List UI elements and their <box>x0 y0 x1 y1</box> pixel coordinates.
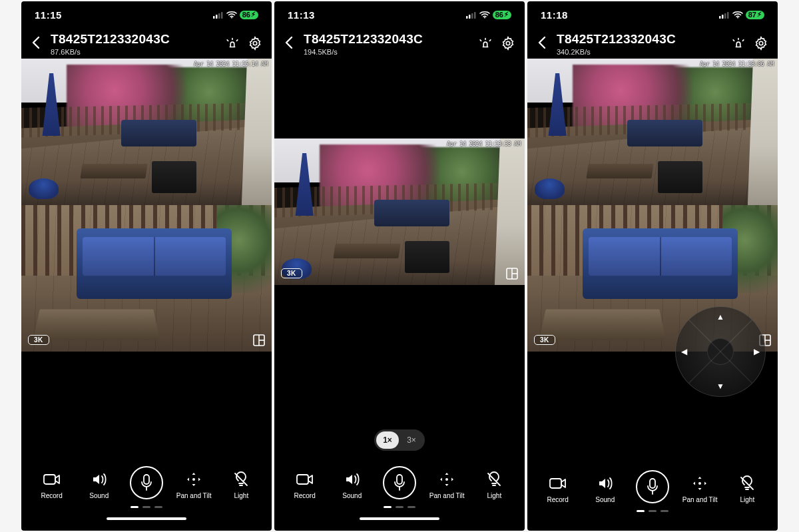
device-title: T8425T212332043C <box>304 32 471 47</box>
record-button[interactable]: Record <box>538 473 578 503</box>
wifi-icon <box>732 11 743 19</box>
pan-tilt-button[interactable]: Pan and Tilt <box>680 473 720 503</box>
talk-button[interactable] <box>633 470 672 503</box>
svg-point-4 <box>231 17 232 19</box>
svg-rect-27 <box>550 479 561 488</box>
bitrate-label: 87.6KB/s <box>51 48 218 56</box>
bottom-controls: Record Sound Pan and Tilt Light <box>21 459 272 531</box>
wifi-icon <box>479 11 490 19</box>
settings-icon[interactable] <box>246 35 264 52</box>
light-off-icon <box>484 469 504 489</box>
resolution-badge[interactable]: 3K <box>28 335 49 345</box>
battery-indicator: 86⚡︎ <box>240 11 258 19</box>
ptz-right[interactable]: ▶ <box>754 347 760 356</box>
pan-tilt-button[interactable]: Pan and Tilt <box>427 469 467 499</box>
header: T8425T212332043C 340.2KB/s <box>527 28 778 59</box>
battery-indicator: 87⚡︎ <box>746 11 764 19</box>
pan-tilt-icon <box>184 469 204 489</box>
back-button[interactable] <box>27 33 45 52</box>
camera-feed-wide[interactable]: Apr 14 2024 11:15:14 AM <box>21 59 272 205</box>
light-button[interactable]: Light <box>727 473 767 503</box>
status-bar: 11:18 87⚡︎ <box>527 1 778 28</box>
screenshot-3: 11:18 87⚡︎ T8425T212332043C 340.2KB/s <box>527 1 778 531</box>
ptz-up[interactable]: ▲ <box>716 312 724 322</box>
alarm-icon[interactable] <box>477 35 494 52</box>
camera-feed-wide[interactable]: Apr 14 2024 11:13:33 AM 3K <box>274 138 525 285</box>
charging-icon: ⚡︎ <box>251 11 256 18</box>
bitrate-label: 340.2KB/s <box>557 48 724 56</box>
status-time: 11:15 <box>35 9 62 21</box>
status-bar: 11:13 86⚡︎ <box>274 1 525 28</box>
record-icon <box>548 473 568 493</box>
pan-tilt-icon <box>690 473 710 493</box>
record-icon <box>295 469 315 489</box>
camera-feed-tele[interactable]: 3K <box>21 205 272 352</box>
svg-rect-8 <box>144 475 149 484</box>
light-off-icon <box>737 473 757 493</box>
layout-toggle-icon[interactable] <box>506 268 518 280</box>
video-area: Apr 14 2024 11:18:06 AM 3K ▲ ▼ ◀ <box>527 59 778 352</box>
svg-rect-22 <box>724 13 726 19</box>
svg-point-25 <box>759 41 763 45</box>
page-indicator[interactable] <box>384 506 415 508</box>
alarm-icon[interactable] <box>730 35 747 52</box>
feed-timestamp: Apr 14 2024 11:18:06 AM <box>700 61 774 67</box>
back-button[interactable] <box>280 33 298 52</box>
sound-button[interactable]: Sound <box>332 469 372 499</box>
svg-point-14 <box>484 17 485 19</box>
record-button[interactable]: Record <box>32 469 72 499</box>
light-off-icon <box>231 469 251 489</box>
sound-button[interactable]: Sound <box>585 473 625 503</box>
zoom-selector[interactable]: 1× 3× <box>374 429 425 451</box>
sound-icon <box>595 473 615 493</box>
cellular-icon <box>466 11 477 19</box>
resolution-badge[interactable]: 3K <box>281 268 302 278</box>
svg-rect-1 <box>216 15 218 19</box>
status-indicators: 86⚡︎ <box>466 11 511 19</box>
talk-button[interactable] <box>127 466 166 499</box>
alarm-icon[interactable] <box>224 35 241 52</box>
bottom-controls: Record Sound Pan and Tilt Light <box>527 463 778 531</box>
record-icon <box>42 469 62 489</box>
record-button[interactable]: Record <box>285 469 325 499</box>
ptz-left[interactable]: ◀ <box>681 347 687 356</box>
svg-point-24 <box>737 17 738 19</box>
home-indicator[interactable] <box>107 517 186 520</box>
svg-rect-7 <box>44 475 55 484</box>
resolution-badge[interactable]: 3K <box>534 335 555 345</box>
pan-tilt-button[interactable]: Pan and Tilt <box>174 469 214 499</box>
status-time: 11:18 <box>541 9 568 21</box>
settings-icon[interactable] <box>499 35 517 52</box>
svg-point-29 <box>698 482 701 485</box>
layout-toggle-icon[interactable] <box>253 334 265 346</box>
feed-timestamp: Apr 14 2024 11:13:33 AM <box>447 141 521 147</box>
svg-rect-2 <box>218 13 220 19</box>
screenshot-1: 11:15 86⚡︎ T8425T212332043C 87.6KB/s <box>21 1 272 531</box>
page-indicator[interactable] <box>637 510 668 512</box>
zoom-1x[interactable]: 1× <box>376 431 399 449</box>
svg-rect-21 <box>722 15 724 19</box>
header: T8425T212332043C 194.5KB/s <box>274 28 525 59</box>
home-indicator[interactable] <box>360 517 439 520</box>
ptz-down[interactable]: ▼ <box>716 382 724 391</box>
svg-rect-13 <box>474 12 476 19</box>
cellular-icon <box>213 11 224 19</box>
camera-feed-wide[interactable]: Apr 14 2024 11:18:06 AM <box>527 59 778 205</box>
microphone-icon <box>383 466 416 499</box>
light-button[interactable]: Light <box>474 469 514 499</box>
header: T8425T212332043C 87.6KB/s <box>21 28 272 59</box>
page-indicator[interactable] <box>131 506 162 508</box>
microphone-icon <box>636 470 669 503</box>
back-button[interactable] <box>533 33 551 52</box>
ptz-dial[interactable]: ▲ ▼ ◀ ▶ <box>675 306 766 397</box>
pan-tilt-icon <box>437 469 457 489</box>
light-button[interactable]: Light <box>221 469 261 499</box>
svg-rect-17 <box>297 475 308 484</box>
settings-icon[interactable] <box>752 35 770 52</box>
talk-button[interactable] <box>380 466 419 499</box>
device-title: T8425T212332043C <box>51 32 218 47</box>
video-area: Apr 14 2024 11:15:14 AM 3K <box>21 59 272 352</box>
svg-rect-18 <box>397 475 402 484</box>
sound-button[interactable]: Sound <box>79 469 119 499</box>
zoom-3x[interactable]: 3× <box>400 431 423 449</box>
